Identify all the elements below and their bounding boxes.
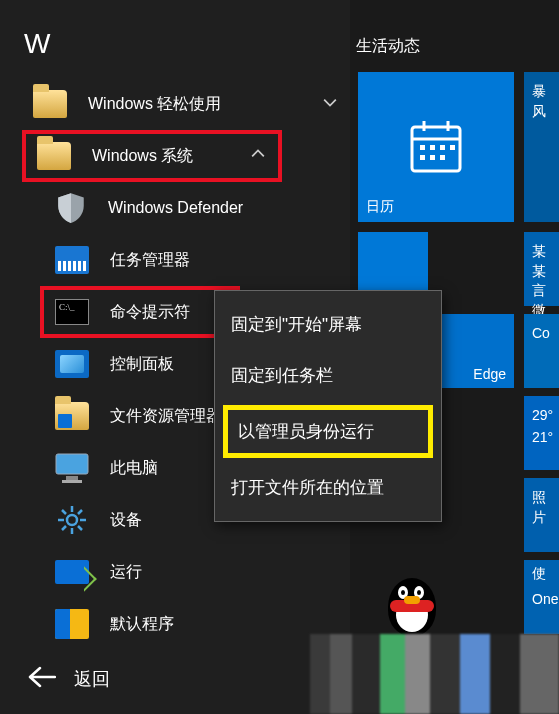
app-task-manager[interactable]: 任务管理器 [10, 234, 350, 286]
svg-rect-17 [430, 145, 435, 150]
folder-icon [36, 138, 72, 174]
ctx-pin-start[interactable]: 固定到"开始"屏幕 [215, 299, 441, 350]
ctx-pin-taskbar[interactable]: 固定到任务栏 [215, 350, 441, 401]
explorer-icon [54, 398, 90, 434]
default-programs-icon [54, 606, 90, 642]
calendar-icon [406, 117, 466, 177]
chevron-down-icon [310, 95, 350, 113]
app-label: Windows 系统 [92, 146, 238, 167]
shield-icon [54, 191, 88, 225]
temp-low: 21° [532, 428, 553, 448]
app-windows-ease[interactable]: Windows 轻松使用 [10, 78, 350, 130]
back-button[interactable]: 返回 [28, 666, 110, 692]
tile-label: Edge [473, 366, 506, 382]
tile-label: One [532, 590, 558, 610]
svg-rect-16 [420, 145, 425, 150]
svg-line-11 [62, 526, 66, 530]
tile-label: 暴风 [532, 82, 559, 121]
run-icon [54, 554, 90, 590]
svg-rect-1 [66, 476, 78, 480]
tile-onedrive[interactable]: 使 One [524, 560, 559, 634]
tile-label: Co [532, 324, 550, 344]
svg-rect-18 [440, 145, 445, 150]
tile-calendar[interactable]: 日历 [358, 72, 514, 222]
app-defender[interactable]: Windows Defender [10, 182, 350, 234]
tile-label: 使 [532, 564, 546, 584]
back-arrow-icon [28, 666, 56, 692]
tile-photos[interactable]: 照片 [524, 478, 559, 552]
tile-label: 照片 [532, 488, 559, 527]
temp-high: 29° [532, 406, 553, 426]
svg-line-10 [78, 510, 82, 514]
back-label: 返回 [74, 667, 110, 691]
taskmgr-icon [54, 242, 90, 278]
tile-label: 日历 [366, 198, 394, 216]
svg-rect-2 [62, 480, 82, 483]
folder-icon [32, 86, 68, 122]
alpha-header[interactable]: W [10, 0, 350, 78]
tile-label: 某某 言微 [532, 242, 559, 320]
context-menu: 固定到"开始"屏幕 固定到任务栏 以管理员身份运行 打开文件所在的位置 [214, 290, 442, 522]
svg-rect-0 [56, 454, 88, 474]
app-cmd[interactable]: 命令提示符 [40, 286, 240, 338]
cmd-icon [54, 294, 90, 330]
app-windows-system[interactable]: Windows 系统 [22, 130, 282, 182]
svg-point-3 [67, 515, 77, 525]
svg-rect-22 [440, 155, 445, 160]
app-label: Windows 轻松使用 [88, 94, 310, 115]
app-default-programs[interactable]: 默认程序 [10, 598, 350, 650]
chevron-up-icon [238, 147, 278, 165]
tile-weather[interactable]: 29° 21° [524, 396, 559, 470]
pc-icon [54, 450, 90, 486]
ctx-open-location[interactable]: 打开文件所在的位置 [215, 462, 441, 513]
svg-rect-19 [450, 145, 455, 150]
tile-co[interactable]: Co [524, 314, 559, 388]
tile-baofeng[interactable]: 暴风 [524, 72, 559, 222]
gear-icon [54, 502, 90, 538]
tile-edge[interactable]: Edge [436, 314, 514, 388]
app-label: Windows Defender [108, 199, 350, 217]
app-label: 任务管理器 [110, 250, 350, 271]
svg-rect-21 [430, 155, 435, 160]
control-panel-icon [54, 346, 90, 382]
pixelated-region [310, 634, 559, 714]
app-label: 运行 [110, 562, 350, 583]
app-run[interactable]: 运行 [10, 546, 350, 598]
tiles-group-header[interactable]: 生活动态 [356, 36, 420, 57]
svg-line-9 [78, 526, 82, 530]
svg-line-8 [62, 510, 66, 514]
app-label: 默认程序 [110, 614, 350, 635]
svg-rect-20 [420, 155, 425, 160]
tile-partial-text[interactable]: 某某 言微 [524, 232, 559, 306]
ctx-run-as-admin[interactable]: 以管理员身份运行 [223, 405, 433, 458]
